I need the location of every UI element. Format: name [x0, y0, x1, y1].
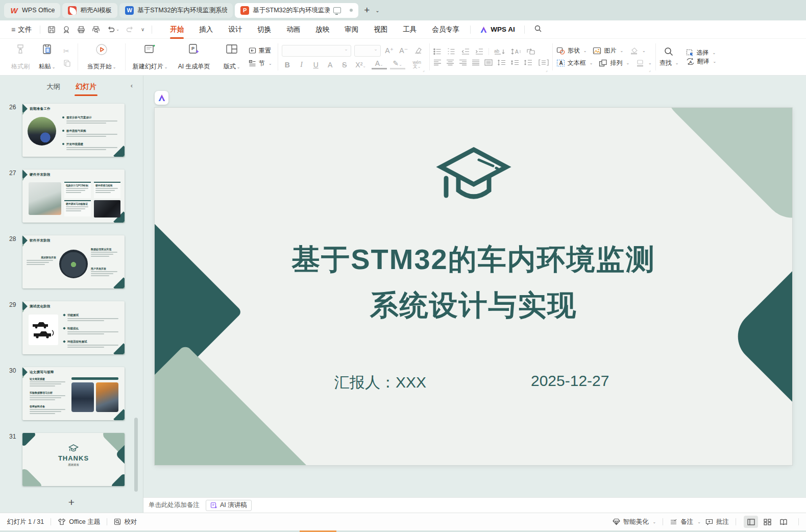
export-icon[interactable]: [62, 26, 70, 34]
align-left-icon[interactable]: [433, 59, 442, 66]
arrange-button[interactable]: 排列⌄: [599, 59, 629, 67]
find-button[interactable]: 查找⌄: [660, 59, 679, 67]
tab-list-chevron-icon[interactable]: ⌄: [373, 8, 381, 13]
play-from-current-button[interactable]: 当页开始⌄: [82, 41, 121, 72]
bold-button[interactable]: B: [282, 61, 293, 69]
slide-title-text[interactable]: 基于STM32的车内环境监测 系统设计与实现: [155, 236, 792, 328]
search-icon[interactable]: [528, 25, 548, 34]
notes-placeholder[interactable]: 单击此处添加备注: [149, 501, 200, 510]
increase-font-button[interactable]: A⁺: [384, 46, 395, 55]
slides-tab[interactable]: 幻灯片: [75, 80, 97, 93]
translate-button[interactable]: A 翻译⌄: [686, 57, 717, 66]
superscript-button[interactable]: X²⌄: [353, 61, 369, 69]
print-icon[interactable]: [77, 26, 85, 34]
wps-ai-floating-button[interactable]: [155, 91, 168, 105]
wps-ai-menu-button[interactable]: WPS AI: [474, 26, 521, 33]
redo-button[interactable]: [126, 26, 134, 34]
file-menu-button[interactable]: ≡ 文件: [6, 25, 37, 34]
row-spacing-down-icon[interactable]: [510, 59, 519, 66]
slide-thumbnail-30[interactable]: 论文撰写与答辩论文框架搭建实验数据整理与分析答辩材料准备: [22, 367, 125, 420]
font-size-select[interactable]: [354, 45, 381, 57]
slide-thumbnail-29[interactable]: 测试优化阶段功能测试性能优化环境适应性测试: [22, 301, 125, 354]
thumbnail-scrollbar[interactable]: [134, 418, 138, 492]
italic-button[interactable]: I: [296, 61, 307, 69]
shape-outline-button[interactable]: ⌄: [636, 59, 652, 67]
slide-thumbnail-27[interactable]: 硬件开发阶段电路设计与PCB绘制硬件焊接与组装硬件调试与功能验证: [22, 170, 125, 223]
line-spacing-icon[interactable]: [524, 59, 534, 66]
strikethrough-button[interactable]: S: [339, 61, 350, 69]
shape-fill-button[interactable]: ⌄: [629, 47, 646, 55]
present-on-monitor-icon[interactable]: [333, 7, 341, 13]
slide-canvas[interactable]: 基于STM32的车内环境监测 系统设计与实现 汇报人：XXX 2025-12-2…: [155, 108, 792, 465]
distribute-text-icon[interactable]: [484, 59, 493, 66]
cut-icon[interactable]: ✂: [63, 47, 71, 55]
copy-icon[interactable]: [63, 59, 71, 67]
proofread-button[interactable]: 校对: [114, 518, 137, 526]
section-button[interactable]: 节⌄: [249, 59, 272, 68]
new-tab-button[interactable]: +: [360, 5, 373, 16]
align-right-icon[interactable]: [459, 59, 467, 66]
row-spacing-up-icon[interactable]: [497, 59, 506, 66]
text-direction-icon[interactable]: ab: [494, 48, 506, 55]
font-family-select[interactable]: [282, 45, 351, 57]
char-shading-button[interactable]: A: [325, 61, 336, 69]
ai-generate-page-button[interactable]: P AI 生成单页: [171, 41, 217, 72]
menu-item-开始[interactable]: 开始: [162, 20, 191, 39]
menu-item-放映[interactable]: 放映: [308, 20, 337, 39]
align-center-icon[interactable]: [446, 59, 454, 66]
normal-view-button[interactable]: [744, 516, 758, 528]
ai-speech-draft-button[interactable]: AI 演讲稿: [206, 500, 252, 511]
picture-button[interactable]: 图片⌄: [593, 46, 623, 55]
menu-item-审阅[interactable]: 审阅: [337, 20, 366, 39]
print-preview-icon[interactable]: [92, 26, 100, 34]
date-text[interactable]: 2025-12-27: [531, 372, 609, 390]
align-justify-icon[interactable]: [472, 59, 480, 66]
new-slide-button[interactable]: 新建幻灯片⌄: [129, 41, 171, 72]
slide-thumbnail-26[interactable]: 前期准备工作需求分析与方案设计器件选型与采购开发环境搭建: [22, 104, 125, 157]
window-tab-docer[interactable]: 稻壳AI模板: [62, 3, 117, 18]
add-slide-button[interactable]: +: [68, 496, 75, 509]
font-color-button[interactable]: A⌄: [372, 60, 387, 69]
presenter-text[interactable]: 汇报人：XXX: [334, 372, 426, 393]
shapes-button[interactable]: 形状⌄: [556, 46, 587, 55]
menu-item-设计[interactable]: 设计: [221, 20, 250, 39]
outline-tab[interactable]: 大纲: [45, 80, 61, 93]
collapse-panel-icon[interactable]: ‹: [131, 82, 133, 89]
find-icon[interactable]: [664, 46, 674, 59]
select-button[interactable]: 选择⌄: [686, 49, 716, 57]
char-spacing-icon[interactable]: A: [510, 48, 522, 55]
window-tab-wps[interactable]: WWPS Office: [4, 3, 60, 18]
clear-format-icon[interactable]: [412, 46, 424, 55]
paste-button[interactable]: 粘贴⌄: [34, 41, 60, 72]
underline-button[interactable]: U: [310, 61, 322, 69]
format-painter-button[interactable]: 格式刷: [7, 41, 34, 72]
window-tab-word[interactable]: W基于STM32的车内环境监测系统设计: [119, 3, 233, 18]
highlight-color-button[interactable]: ✎⌄: [390, 60, 405, 69]
paragraph-layout-icon[interactable]: [539, 59, 549, 66]
reading-view-button[interactable]: [776, 516, 791, 528]
menu-item-切换[interactable]: 切换: [250, 20, 279, 39]
menu-item-视图[interactable]: 视图: [366, 20, 395, 39]
slide-sorter-view-button[interactable]: [760, 516, 774, 528]
numbered-list-icon[interactable]: [447, 48, 456, 55]
bullet-list-icon[interactable]: [433, 48, 443, 55]
smart-beautify-button[interactable]: 智能美化⌄: [613, 518, 656, 526]
theme-button[interactable]: Office 主题: [58, 518, 100, 526]
undo-button[interactable]: ⌄: [107, 26, 119, 34]
menu-item-工具[interactable]: 工具: [395, 20, 424, 39]
save-icon[interactable]: [47, 26, 56, 34]
slide-thumbnail-31[interactable]: THANKS感谢观看: [22, 433, 125, 486]
layout-button[interactable]: 版式⌄: [217, 41, 247, 72]
increase-indent-icon[interactable]: [475, 48, 484, 55]
window-tab-ppt[interactable]: P基于STM32的车内环境监测: [235, 3, 358, 18]
comment-button[interactable]: 批注: [705, 518, 729, 526]
decrease-font-button[interactable]: A⁻: [398, 46, 409, 55]
textbox-button[interactable]: A 文本框⌄: [556, 59, 593, 67]
menu-item-动画[interactable]: 动画: [279, 20, 308, 39]
notes-toggle-button[interactable]: 备注⌄: [670, 518, 701, 526]
decrease-indent-icon[interactable]: [461, 48, 470, 55]
reset-button[interactable]: 重置: [249, 46, 272, 55]
slide-thumbnail-28[interactable]: 软件开发阶段底层驱动开发数据处理算法实现用户界面开发: [22, 235, 125, 288]
menu-item-插入[interactable]: 插入: [191, 20, 221, 39]
convert-text-icon[interactable]: [526, 48, 535, 55]
